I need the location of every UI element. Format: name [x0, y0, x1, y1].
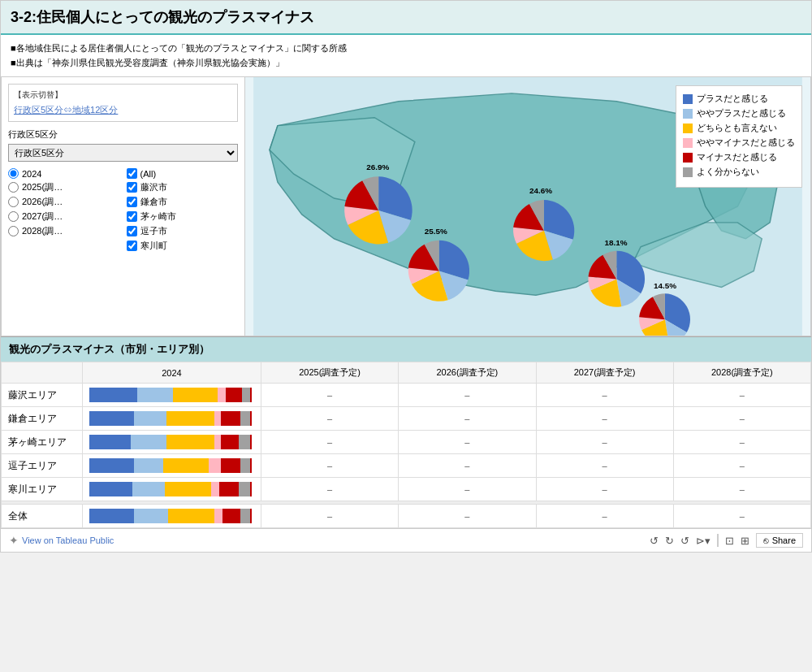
redo-icon[interactable]: ↻	[665, 535, 674, 547]
desc-line-1: ■各地域住民による居住者個人にとっての「観光のプラスとマイナス」に関する所感	[11, 41, 801, 56]
bar-container-1	[89, 411, 252, 426]
monitor-icon[interactable]: ⊡	[725, 535, 734, 547]
bar-end-line	[250, 482, 252, 496]
dash-cell-3-0: –	[261, 454, 399, 478]
radio-2026[interactable]: 2026(調…	[8, 196, 120, 208]
cb-chigasaki[interactable]: 茅ヶ崎市	[127, 210, 239, 223]
download-icon[interactable]: ⊞	[741, 535, 749, 547]
bar-cell-1	[83, 407, 261, 431]
col-header-area	[2, 362, 83, 384]
legend-color-plus	[683, 94, 693, 104]
dash-cell-1-3: –	[673, 407, 810, 431]
radio-2024[interactable]: 2024	[8, 168, 120, 179]
table-row: 藤沢エリア––––	[2, 384, 811, 407]
bar-container-0	[89, 388, 252, 402]
toggle-label: 【表示切替】	[14, 89, 232, 101]
tableau-icon: ✦	[9, 534, 19, 547]
cb-samukawa[interactable]: 寒川町	[127, 240, 239, 252]
svg-text:24.6%: 24.6%	[529, 186, 552, 195]
dash-cell-5-2: –	[536, 505, 673, 528]
page-title: 3-2:住民個人にとっての観光のプラスマイナス	[11, 7, 801, 27]
filters-row: 2024 2025(調… 2026(調… 2027(調… 2028(調…	[8, 168, 238, 254]
year-radio-group: 2024 2025(調… 2026(調… 2027(調… 2028(調…	[8, 168, 120, 254]
bar-segment-2	[173, 388, 218, 402]
description-area: ■各地域住民による居住者個人にとっての「観光のプラスとマイナス」に関する所感 ■…	[1, 35, 811, 76]
cb-zushi[interactable]: 逗子市	[127, 225, 239, 237]
area-select[interactable]: 行政区5区分 地域12区分	[8, 144, 238, 162]
bar-segment-2	[166, 435, 214, 449]
table-row: 鎌倉エリア––––	[2, 407, 811, 431]
bar-segment-4	[222, 509, 240, 523]
cb-fujisawa[interactable]: 藤沢市	[127, 181, 239, 193]
toggle-box: 【表示切替】 行政区5区分⇔地域12区分	[8, 84, 238, 122]
bar-segment-0	[89, 411, 134, 426]
undo-icon[interactable]: ↺	[650, 535, 659, 547]
bar-end-line	[250, 458, 252, 473]
legend-neutral: どちらとも言えない	[683, 122, 795, 134]
bar-segment-3	[214, 435, 221, 449]
row-label-1: 鎌倉エリア	[2, 407, 83, 431]
radio-2027[interactable]: 2027(調…	[8, 210, 120, 223]
toggle-link[interactable]: 行政区5区分⇔地域12区分	[14, 105, 118, 115]
bar-segment-5	[240, 509, 250, 523]
footer-right: ↺ ↻ ↺ ⊳▾ ⊡ ⊞ ⎋ Share	[650, 533, 803, 548]
row-label-4: 寒川エリア	[2, 478, 83, 501]
radio-2028[interactable]: 2028(調…	[8, 225, 120, 237]
tableau-link[interactable]: View on Tableau Public	[22, 535, 114, 545]
legend: プラスだと感じる ややプラスだと感じる どちらとも言えない ややマイナスだと感じ…	[676, 85, 802, 188]
cb-kamakura[interactable]: 鎌倉市	[127, 196, 239, 208]
forward-icon[interactable]: ⊳▾	[696, 535, 710, 547]
bar-container-4	[89, 482, 252, 496]
map-area: 26.9% 25.5%	[245, 77, 810, 336]
share-button[interactable]: ⎋ Share	[756, 533, 803, 548]
cb-all[interactable]: (All)	[127, 168, 239, 179]
bar-segment-3	[209, 458, 222, 473]
bar-container-2	[89, 435, 252, 449]
bar-cell-4	[83, 478, 261, 501]
row-label-0: 藤沢エリア	[2, 384, 83, 407]
row-label-2: 茅ヶ崎エリア	[2, 431, 83, 454]
table-row: 逗子エリア––––	[2, 454, 811, 478]
legend-yaminus: ややマイナスだと感じる	[683, 137, 795, 149]
legend-color-yaplus	[683, 109, 693, 119]
footer-bar: ✦ View on Tableau Public ↺ ↻ ↺ ⊳▾ ⊡ ⊞ ⎋ …	[1, 528, 811, 552]
bar-segment-3	[218, 388, 226, 402]
legend-color-neutral	[683, 124, 693, 133]
bar-segment-1	[131, 435, 166, 449]
main-content: 【表示切替】 行政区5区分⇔地域12区分 行政区5区分 行政区5区分 地域12区…	[1, 76, 811, 336]
data-table: 2024 2025(調査予定) 2026(調査予定) 2027(調査予定) 20…	[1, 362, 811, 528]
bar-segment-3	[214, 509, 222, 523]
legend-color-unknown	[683, 167, 693, 177]
title-bar: 3-2:住民個人にとっての観光のプラスマイナス	[1, 1, 811, 35]
row-label-3: 逗子エリア	[2, 454, 83, 478]
dash-cell-4-0: –	[261, 478, 399, 501]
col-header-2027: 2027(調査予定)	[536, 362, 673, 384]
dash-cell-2-3: –	[673, 431, 810, 454]
col-header-2025: 2025(調査予定)	[261, 362, 399, 384]
svg-text:26.9%: 26.9%	[366, 163, 389, 171]
section-title: 観光のプラスマイナス（市別・エリア別）	[1, 336, 811, 362]
table-header-row: 2024 2025(調査予定) 2026(調査予定) 2027(調査予定) 20…	[2, 362, 811, 384]
legend-label-unknown: よく分からない	[697, 166, 759, 178]
footer-left: ✦ View on Tableau Public	[9, 534, 114, 547]
radio-2025[interactable]: 2025(調…	[8, 181, 120, 193]
dash-cell-5-0: –	[261, 505, 399, 528]
bar-end-line	[250, 411, 252, 426]
bar-segment-0	[89, 435, 131, 449]
left-panel: 【表示切替】 行政区5区分⇔地域12区分 行政区5区分 行政区5区分 地域12区…	[2, 77, 245, 336]
dash-cell-4-1: –	[399, 478, 536, 501]
bar-segment-3	[214, 411, 221, 426]
table-row: 寒川エリア––––	[2, 478, 811, 501]
dash-cell-2-1: –	[399, 431, 536, 454]
legend-label-yaplus: ややプラスだと感じる	[697, 107, 786, 119]
bar-cell-2	[83, 431, 261, 454]
dash-cell-2-2: –	[536, 431, 673, 454]
bar-segment-5	[239, 482, 250, 496]
bar-container-5	[89, 509, 252, 523]
bar-segment-4	[219, 482, 239, 496]
bar-segment-3	[211, 482, 219, 496]
back-icon[interactable]: ↺	[680, 535, 689, 547]
legend-color-minus	[683, 153, 693, 163]
col-header-2026: 2026(調査予定)	[399, 362, 536, 384]
share-label: Share	[772, 535, 796, 545]
